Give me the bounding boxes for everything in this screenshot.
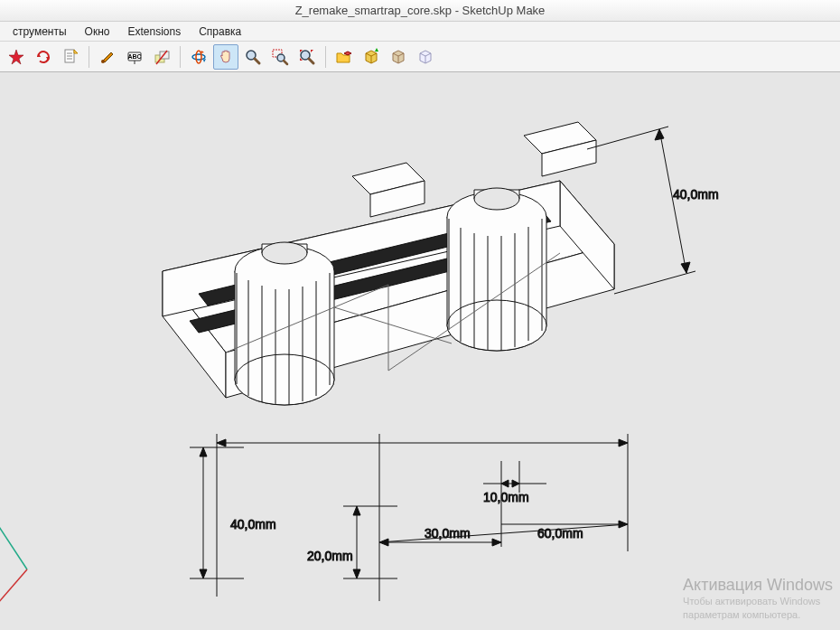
svg-point-52 <box>235 354 334 405</box>
svg-point-16 <box>196 51 201 63</box>
svg-marker-18 <box>201 51 204 53</box>
titlebar: Z_remake_smartrap_core.skp - SketchUp Ma… <box>0 0 840 22</box>
hide-icon[interactable] <box>149 44 174 70</box>
zoom-icon[interactable] <box>240 44 266 70</box>
component-icon[interactable] <box>413 44 438 70</box>
svg-point-72 <box>474 188 519 210</box>
menu-help[interactable]: Справка <box>190 23 250 41</box>
svg-point-63 <box>447 300 546 351</box>
zoom-extents-icon[interactable] <box>294 44 320 70</box>
paint-icon[interactable] <box>95 44 120 70</box>
reload-icon[interactable] <box>31 44 56 70</box>
menubar: струменты Окно Extensions Справка <box>0 22 840 42</box>
toolbar-separator <box>89 46 89 68</box>
window-title: Z_remake_smartrap_core.skp - SketchUp Ma… <box>295 4 546 17</box>
svg-text:ABC: ABC <box>127 53 141 60</box>
svg-marker-4 <box>74 50 78 53</box>
folder-model-icon[interactable] <box>331 44 357 70</box>
orbit-icon[interactable] <box>186 44 211 70</box>
label-icon[interactable]: ABC <box>122 44 147 70</box>
svg-marker-29 <box>344 52 351 55</box>
model-canvas[interactable]: 40,0mm 40,0mm 20,0mm <box>0 72 840 630</box>
svg-line-25 <box>309 59 313 63</box>
svg-point-15 <box>192 54 205 60</box>
dim-label: 40,0mm <box>230 517 276 531</box>
viewport-3d[interactable]: 40,0mm 40,0mm 20,0mm <box>0 72 840 630</box>
svg-line-20 <box>255 59 259 63</box>
svg-rect-43 <box>0 72 840 630</box>
toolbar: ABC <box>0 42 840 72</box>
svg-marker-27 <box>311 50 313 52</box>
zoom-window-icon[interactable] <box>267 44 293 70</box>
svg-point-61 <box>262 242 307 264</box>
svg-point-8 <box>101 60 105 63</box>
dim-label: 60,0mm <box>537 526 583 541</box>
toolbar-separator <box>325 46 326 68</box>
dim-label: 10,0mm <box>483 490 529 504</box>
plugin-star-icon[interactable] <box>4 44 29 70</box>
svg-marker-34 <box>375 48 378 52</box>
svg-marker-0 <box>9 50 23 64</box>
dim-label: 20,0mm <box>307 549 353 563</box>
menu-tools[interactable]: струменты <box>4 23 76 41</box>
svg-line-23 <box>284 61 287 64</box>
pan-icon[interactable] <box>213 44 238 70</box>
export-icon[interactable] <box>359 44 384 70</box>
toolbar-separator <box>180 46 181 68</box>
menu-window[interactable]: Окно <box>76 23 119 41</box>
package-icon[interactable] <box>386 44 411 70</box>
menu-extensions[interactable]: Extensions <box>118 23 190 41</box>
dim-label: 40,0mm <box>673 187 719 202</box>
document-icon[interactable] <box>58 44 83 70</box>
